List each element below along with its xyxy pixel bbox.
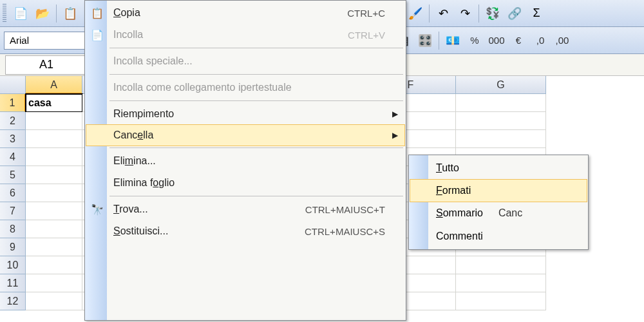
submenu-item-formats[interactable]: Formati: [410, 179, 587, 202]
euro-format-button[interactable]: €: [508, 30, 529, 51]
menu-item-paste: 📄 Incolla CTRL+V: [86, 24, 404, 46]
toolbar-grip[interactable]: [3, 4, 6, 23]
binoculars-icon: 🔭: [90, 204, 104, 216]
shortcut-label: CTRL+MAIUSC+S: [305, 226, 385, 237]
menu-item-clear[interactable]: Cancella ▶: [86, 124, 405, 146]
name-box[interactable]: A1: [5, 55, 88, 75]
menu-item-fill[interactable]: Riempimento ▶: [86, 103, 404, 125]
select-all-corner[interactable]: [0, 76, 26, 94]
submenu-item-contents[interactable]: Sommario Canc: [410, 202, 587, 225]
col-header-G[interactable]: G: [456, 76, 546, 94]
cell[interactable]: [26, 274, 82, 292]
submenu-arrow-icon: ▶: [392, 131, 398, 140]
copy-icon[interactable]: 📋: [60, 3, 80, 24]
paste-icon: 📄: [90, 29, 104, 41]
submenu-item-all[interactable]: Tutto: [410, 156, 587, 180]
decrease-decimal-button[interactable]: ,00: [552, 30, 573, 51]
cell[interactable]: [456, 256, 546, 274]
open-folder-icon[interactable]: 📂: [32, 3, 53, 24]
row-header[interactable]: 10: [0, 256, 26, 274]
cell[interactable]: [456, 274, 546, 292]
shortcut-label: CTRL+C: [347, 8, 385, 19]
cell[interactable]: [456, 130, 546, 148]
row-header[interactable]: 1: [0, 94, 26, 112]
submenu-arrow-icon: ▶: [392, 109, 398, 118]
menu-item-delete[interactable]: Elimina...: [86, 150, 404, 172]
cell[interactable]: [26, 130, 82, 148]
new-file-icon[interactable]: 📄: [10, 3, 31, 24]
cell[interactable]: [26, 238, 82, 256]
submenu-item-comments[interactable]: Commenti: [410, 225, 587, 248]
cell[interactable]: casa: [26, 94, 82, 112]
cell[interactable]: [26, 148, 82, 166]
edit-menu: 📋 Copia CTRL+C 📄 Incolla CTRL+V Incolla …: [84, 0, 406, 321]
sum-icon[interactable]: Σ: [526, 3, 547, 24]
row-header[interactable]: 5: [0, 166, 26, 184]
cell[interactable]: [26, 220, 82, 238]
cell[interactable]: [26, 184, 82, 202]
shortcut-label: CTRL+MAIUSC+T: [305, 204, 385, 215]
cell[interactable]: [26, 202, 82, 220]
menu-item-paste-special: Incolla speciale...: [86, 50, 404, 72]
row-header[interactable]: 11: [0, 274, 26, 292]
thousands-format-button[interactable]: 000: [486, 30, 507, 51]
col-header-A[interactable]: A: [26, 76, 82, 94]
clear-submenu: Tutto Formati Sommario Canc Commenti: [408, 155, 589, 250]
currency-convert-icon[interactable]: 💱: [482, 3, 503, 24]
percent-format-button[interactable]: %: [464, 30, 485, 51]
cell[interactable]: [26, 112, 82, 130]
menu-item-delete-sheet[interactable]: Elimina foglio: [86, 172, 404, 194]
row-header[interactable]: 3: [0, 130, 26, 148]
cell[interactable]: [26, 292, 82, 310]
shortcut-label: CTRL+V: [348, 30, 385, 41]
row-header[interactable]: 12: [0, 292, 26, 310]
row-header[interactable]: 9: [0, 238, 26, 256]
row-header[interactable]: 2: [0, 112, 26, 130]
font-selector[interactable]: Arial: [4, 32, 94, 50]
menu-item-paste-hyperlink: Incolla come collegamento ipertestuale: [86, 77, 404, 99]
shortcut-label: Canc: [498, 207, 522, 219]
undo-icon[interactable]: ↶: [433, 3, 453, 24]
currency-icon[interactable]: 💶: [442, 30, 463, 51]
control-icon[interactable]: 🎛️: [415, 30, 435, 51]
row-header[interactable]: 4: [0, 148, 26, 166]
row-header[interactable]: 7: [0, 202, 26, 220]
cell[interactable]: [26, 166, 82, 184]
paint-format-icon[interactable]: 🖌️: [405, 3, 426, 24]
cell[interactable]: [26, 256, 82, 274]
menu-item-copy[interactable]: 📋 Copia CTRL+C: [86, 2, 404, 24]
cell[interactable]: [456, 112, 546, 130]
cell[interactable]: [456, 94, 546, 112]
link-icon[interactable]: 🔗: [504, 3, 525, 24]
menu-item-replace[interactable]: Sostituisci... CTRL+MAIUSC+S: [86, 220, 404, 242]
row-header[interactable]: 6: [0, 184, 26, 202]
menu-item-find[interactable]: 🔭 Trova... CTRL+MAIUSC+T: [86, 198, 404, 220]
copy-icon: 📋: [90, 7, 104, 19]
redo-icon[interactable]: ↷: [455, 3, 475, 24]
cell[interactable]: [456, 292, 546, 310]
increase-decimal-button[interactable]: ,0: [530, 30, 551, 51]
row-header[interactable]: 8: [0, 220, 26, 238]
